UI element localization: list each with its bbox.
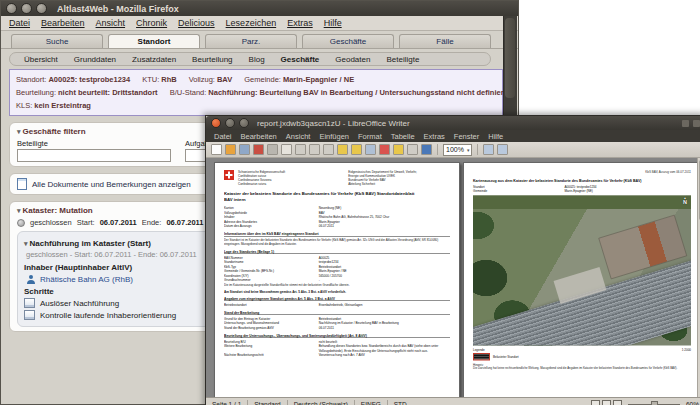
menu-item[interactable]: Delicious [178,18,215,28]
document-page-1[interactable]: Schweizerische EidgenossenschaftConfédér… [214,162,460,397]
info-pair: KLS:kein Ersteintrag [16,101,91,110]
window-minimize-button[interactable] [21,3,32,14]
status-separator [247,400,248,405]
map-scale: 1:2000 [682,348,691,351]
window-minimize-button[interactable] [225,118,235,128]
status-style[interactable]: Standard [254,401,280,405]
tab-suche[interactable]: Suche [11,34,103,48]
book-view-icon[interactable] [613,400,622,405]
menu-item[interactable]: Format [358,132,382,141]
writer-titlebar[interactable]: report.jxdwb3qascn1zU - LibreOffice Writ… [206,116,700,130]
menu-item[interactable]: Fenster [454,132,479,141]
document-page-2[interactable]: KbS BAV, Auszug vom 06.07.2011 Kartenaus… [463,162,700,397]
print-preview-icon[interactable] [281,144,292,155]
cut-icon[interactable] [295,144,306,155]
navigation-back-icon[interactable] [483,144,494,155]
row-value: 06.07.2011 [319,325,450,329]
undo-icon[interactable] [337,144,348,155]
spellcheck-icon[interactable] [379,144,390,155]
gallery-icon[interactable] [393,144,404,155]
doc-row: GemeindeMarin-Epagnier (NE) [473,189,691,193]
status-language[interactable]: Deutsch (Schweiz) [294,401,348,405]
tab-faelle[interactable]: Fälle [399,34,491,48]
firefox-titlebar[interactable]: Altlast4Web - Mozilla Firefox [1,1,518,16]
find-icon[interactable] [407,144,418,155]
menu-item[interactable]: Tabelle [391,132,415,141]
status-selection-mode[interactable]: STD [394,401,407,405]
info-pair: Standort:A00025: testprobe1234 [16,75,130,84]
subtab-geodaten[interactable]: Geodaten [327,55,378,64]
inhaber-name[interactable]: Rhätische Bahn AG (RhB) [40,275,133,284]
row-label: Weitere Bearbeitung [224,344,319,353]
status-insert-mode[interactable]: EINFG [361,401,381,405]
subtab-uebersicht[interactable]: Übersicht [16,55,66,64]
window-close-button[interactable] [6,3,17,14]
task-icon [24,310,35,320]
doc-row: Datum des Auszugs06.07.2011 [224,224,450,228]
menu-item[interactable]: Datei [9,18,30,28]
zoom-value: 100% [446,146,464,153]
doc-row: Weitere BearbeitungBehandlung dieses Sta… [224,344,450,353]
window-maximize-button[interactable] [36,3,47,14]
new-document-icon[interactable] [211,144,222,155]
subtab-zusatzdaten[interactable]: Zusatzdaten [124,55,184,64]
menu-item[interactable]: Extras [424,132,445,141]
row-value: 06.07.2011 [319,224,450,228]
menu-item[interactable]: Datei [214,132,232,141]
table-icon[interactable] [365,144,376,155]
subtab-blog[interactable]: Blog [241,55,273,64]
app-tabs: SucheStandortParz.GeschäfteFälle [1,31,518,49]
single-page-view-icon[interactable] [591,400,600,405]
status-separator [287,400,288,405]
document-icon [17,178,27,190]
doc-title: Kataster der belasteten Standorte des Bu… [224,191,423,202]
subtab-geschaefte[interactable]: Geschäfte [273,55,328,64]
end-date: 06.07.2011 [166,218,203,227]
swiss-cross-logo-icon [224,170,234,180]
multi-page-view-icon[interactable] [602,400,611,405]
save-icon[interactable] [239,144,250,155]
firefox-menubar: DateiBearbeitenAnsichtChronikDeliciousLe… [1,16,518,31]
menu-item[interactable]: Extras [287,18,313,28]
subtab-beurteilung[interactable]: Beurteilung [184,55,240,64]
zoom-slider[interactable] [628,404,680,405]
paste-icon[interactable] [323,144,334,155]
open-folder-icon[interactable] [225,144,236,155]
menu-item[interactable]: Bearbeiten [41,18,85,28]
print-icon[interactable] [267,144,278,155]
doc-rows-1: KantonNeuenburg (NE)VollzugsbehördeBAVIn… [224,206,450,228]
department-lines: Eidgenössisches Departement für Umwelt, … [348,170,450,186]
subtab-grunddaten[interactable]: Grunddaten [66,55,124,64]
subtab-beteiligte[interactable]: Beteiligte [378,55,427,64]
menu-item[interactable]: Einfügen [319,132,349,141]
navigator-icon[interactable] [421,144,432,155]
navigation-forward-icon[interactable] [497,144,508,155]
menu-item[interactable]: Ansicht [286,132,311,141]
doc-row: Nächster BearbeitungsschrittVoruntersuch… [224,353,450,357]
menu-item[interactable]: Ansicht [96,18,126,28]
menu-item[interactable]: Lesezeichen [226,18,277,28]
menu-item[interactable]: Bearbeiten [241,132,277,141]
export-pdf-icon[interactable] [253,144,264,155]
tab-standort[interactable]: Standort [108,34,200,48]
redo-icon[interactable] [351,144,362,155]
row-value: Marin-Epagnier (NE) [564,189,691,193]
scrollbar-thumb[interactable] [505,18,515,98]
window-maximize-button[interactable] [239,118,249,128]
page1-content: Schweizerische EidgenossenschaftConfédér… [215,163,459,364]
window-close-button[interactable] [211,118,221,128]
menu-item[interactable]: Chronik [136,18,167,28]
tab-parz[interactable]: Parz. [205,34,297,48]
doc-row: Grundbuchnummer- [224,278,450,282]
beteiligte-input[interactable] [17,149,171,162]
documents-link[interactable]: Alle Dokumente und Bemerkungen anzeigen [32,180,191,189]
aerial-photo: N [473,196,691,346]
zoom-combobox[interactable]: 100% [443,144,472,156]
menu-item[interactable]: Hilfe [324,18,342,28]
tab-geschaefte[interactable]: Geschäfte [302,34,394,48]
status-zoom[interactable]: 60% [686,401,699,405]
beteiligte-label: Beteiligte [17,139,171,148]
menu-item[interactable]: Hilfe [488,132,503,141]
map-title: Kartenauszug aus dem Kataster der belast… [473,178,691,183]
copy-icon[interactable] [309,144,320,155]
